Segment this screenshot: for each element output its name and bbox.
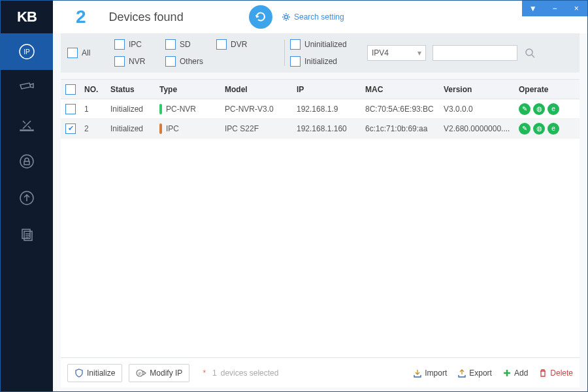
cell-mac: 6c:1c:71:0b:69:aa <box>365 124 444 133</box>
filter-uninit-label: Uninitialized <box>304 40 347 49</box>
search-setting-link[interactable]: Search setting <box>282 12 344 22</box>
device-count: 2 <box>76 7 86 27</box>
row-checkbox[interactable] <box>65 104 76 114</box>
svg-point-8 <box>526 49 532 56</box>
select-all-checkbox[interactable] <box>65 84 76 95</box>
selected-count: 1 <box>212 368 217 378</box>
modify-ip-icon: IP <box>136 368 146 378</box>
table-header: NO. Status Type Model IP MAC Version Ope… <box>61 80 580 99</box>
col-ip: IP <box>297 85 365 94</box>
import-icon <box>413 368 422 378</box>
chevron-down-icon: ▾ <box>417 48 421 57</box>
refresh-button[interactable] <box>249 5 272 29</box>
col-type: Type <box>159 85 225 94</box>
cell-type: IPC <box>159 123 225 134</box>
titlebar: 2 Devices found Search setting ▼ − × <box>53 1 587 33</box>
row-checkbox[interactable] <box>65 123 76 134</box>
sd-checkbox[interactable] <box>165 39 176 50</box>
shield-icon <box>74 368 84 378</box>
close-window-button[interactable]: × <box>570 4 583 13</box>
plus-icon <box>502 368 512 378</box>
filter-separator <box>284 40 285 66</box>
col-operate: Operate <box>519 85 576 94</box>
search-setting-label: Search setting <box>294 12 344 22</box>
gear-icon <box>282 12 291 22</box>
nav-tools[interactable] <box>1 106 53 143</box>
uninit-checkbox[interactable] <box>290 39 301 50</box>
cell-status: Initialized <box>110 105 159 114</box>
export-button[interactable]: Export <box>457 368 492 378</box>
page-title: Devices found <box>109 10 184 24</box>
required-asterisk: * <box>203 368 206 378</box>
minimize-window-button[interactable]: − <box>548 4 561 13</box>
edit-button[interactable]: ✎ <box>519 103 531 115</box>
nav-docs[interactable] <box>1 216 53 253</box>
footer: Initialize IP Modify IP * 1 devices sele… <box>61 357 580 387</box>
table-row[interactable]: 1InitializedPC-NVRPC-NVR-V3.0192.168.1.9… <box>61 99 580 119</box>
ipc-checkbox[interactable] <box>114 39 125 50</box>
cell-operate: ✎◍e <box>519 123 576 135</box>
ip-version-select[interactable]: IPV4 ▾ <box>367 45 426 61</box>
col-model: Model <box>225 85 297 94</box>
filter-ipc-label: IPC <box>129 40 142 49</box>
modify-ip-button[interactable]: IP Modify IP <box>129 364 189 382</box>
filter-nvr-label: NVR <box>129 57 145 66</box>
cell-version: V2.680.0000000.... <box>444 124 519 133</box>
filter-others-label: Others <box>180 57 203 66</box>
col-status: Status <box>110 85 159 94</box>
ip-icon: IP <box>18 42 36 61</box>
window-buttons: ▼ − × <box>522 1 587 16</box>
main: 2 Devices found Search setting ▼ − × All… <box>53 1 587 391</box>
search-input[interactable] <box>433 45 517 61</box>
add-label: Add <box>514 368 528 378</box>
cell-model: IPC S22F <box>225 124 297 133</box>
selected-text: devices selected <box>221 368 279 378</box>
filterbar: All IPC SD DVR NVR Others Uninitialized … <box>61 33 580 73</box>
dropdown-window-button[interactable]: ▼ <box>527 4 540 13</box>
cell-status: Initialized <box>110 124 159 133</box>
filter-init-label: Initialized <box>304 57 337 66</box>
nvr-checkbox[interactable] <box>114 56 125 67</box>
tools-icon <box>19 117 35 133</box>
edit-button[interactable]: ✎ <box>519 123 531 135</box>
device-table: NO. Status Type Model IP MAC Version Ope… <box>61 79 580 357</box>
cell-no: 1 <box>84 105 110 114</box>
logo: KB <box>1 1 53 33</box>
delete-label: Delete <box>550 368 573 378</box>
svg-point-7 <box>285 16 288 19</box>
info-button[interactable]: ◍ <box>533 123 545 135</box>
svg-rect-2 <box>20 130 33 131</box>
filter-dvr-label: DVR <box>231 40 247 49</box>
svg-text:IP: IP <box>139 371 142 375</box>
dvr-checkbox[interactable] <box>216 39 227 50</box>
delete-button[interactable]: Delete <box>538 368 573 378</box>
web-button[interactable]: e <box>547 123 559 135</box>
add-button[interactable]: Add <box>502 368 528 378</box>
lock-refresh-icon <box>18 153 35 170</box>
table-row[interactable]: 2InitializedIPCIPC S22F192.168.1.1606c:1… <box>61 119 580 139</box>
col-mac: MAC <box>365 85 444 94</box>
cell-operate: ✎◍e <box>519 103 576 115</box>
upload-icon <box>18 189 35 206</box>
web-button[interactable]: e <box>547 103 559 115</box>
refresh-icon <box>253 10 268 24</box>
info-button[interactable]: ◍ <box>533 103 545 115</box>
filter-all-label: All <box>82 48 114 57</box>
search-button[interactable] <box>523 46 537 60</box>
nav-lock[interactable] <box>1 143 53 180</box>
initialize-label: Initialize <box>87 368 115 378</box>
nav-upload[interactable] <box>1 180 53 216</box>
col-version: Version <box>444 85 519 94</box>
nav-camera[interactable] <box>1 70 53 106</box>
init-checkbox[interactable] <box>290 56 301 67</box>
initialize-button[interactable]: Initialize <box>67 364 122 382</box>
camera-icon <box>18 80 35 97</box>
all-checkbox[interactable] <box>67 48 78 58</box>
svg-text:IP: IP <box>24 48 30 56</box>
import-button[interactable]: Import <box>413 368 447 378</box>
others-checkbox[interactable] <box>165 56 176 67</box>
nav-ip[interactable]: IP <box>1 33 53 70</box>
select-value: IPV4 <box>372 48 389 57</box>
cell-no: 2 <box>84 124 110 133</box>
cell-mac: 8C:70:5A:6E:93:BC <box>365 105 444 114</box>
